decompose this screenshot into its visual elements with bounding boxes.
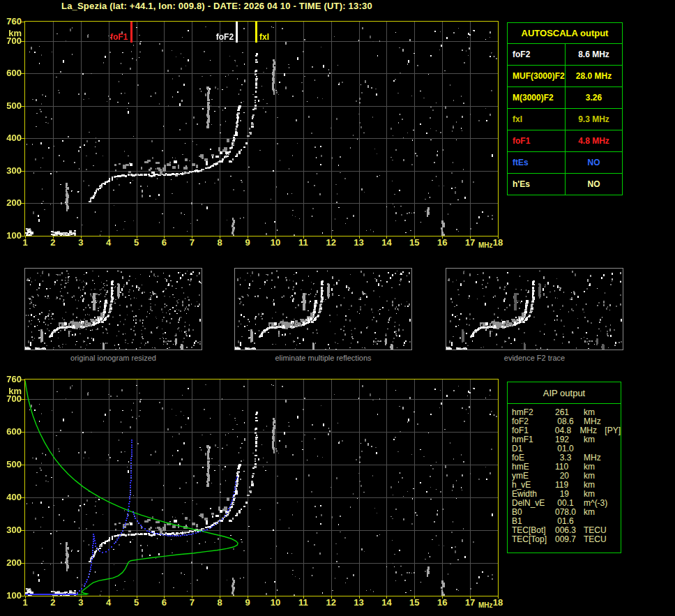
x-axis-tickmark — [275, 236, 276, 239]
autoscala-output-table: AUTOSCALA output foF28.6 MHzMUF(3000)F22… — [507, 22, 623, 195]
thumbnail-evidence-f2-trace — [446, 268, 623, 350]
x-axis-tickmark — [414, 596, 415, 599]
x-axis-tickmark — [220, 596, 220, 599]
param-value: 9.3 MHz — [566, 109, 622, 130]
aip-unit: km — [580, 508, 609, 517]
y-axis-tickmark — [21, 432, 24, 433]
aip-val: 009.7 — [555, 535, 580, 544]
marker-label-foF2: foF2 — [216, 33, 234, 42]
x-axis-tick-label: 17 — [462, 598, 478, 608]
y-axis-tickmark — [21, 203, 24, 204]
y-axis-tick-label: 760 — [0, 17, 22, 27]
x-axis-tickmark — [192, 236, 192, 239]
x-axis-tick-label: 12 — [323, 238, 340, 248]
x-axis-tick-label: 1 — [17, 238, 33, 248]
x-axis-tickmark — [25, 596, 26, 599]
param-label: M(3000)F2 — [508, 87, 566, 108]
aip-unit: km — [580, 435, 609, 444]
x-axis-tick-label: 9 — [239, 238, 256, 248]
x-axis-tickmark — [164, 236, 165, 239]
y-axis-tickmark — [21, 399, 24, 400]
x-axis-tick-label: 8 — [211, 238, 228, 248]
x-axis-tickmark — [386, 596, 387, 599]
y-axis-tickmark — [21, 106, 24, 107]
x-axis-tick-label: 6 — [156, 238, 172, 248]
x-axis-tickmark — [81, 236, 82, 239]
thumbnail-original-ionogram — [24, 268, 202, 350]
x-axis-tick-label: 11 — [295, 238, 312, 248]
autoscala-row-ftEs: ftEsNO — [508, 152, 622, 174]
x-axis-tickmark — [303, 236, 304, 239]
y-axis-tick-label: 200 — [0, 558, 22, 568]
x-axis-unit-label: MHz — [478, 241, 493, 249]
marker-line-foF2 — [236, 22, 238, 43]
x-axis-tick-label: 16 — [434, 238, 450, 248]
param-value: 3.26 — [566, 87, 622, 108]
y-axis-tickmark — [21, 73, 24, 74]
marker-label-foF1: foF1 — [110, 33, 128, 42]
x-axis-tickmark — [470, 596, 471, 599]
x-axis-tick-label: 14 — [378, 598, 395, 608]
autoscala-row-M(3000)F2: M(3000)F23.26 — [508, 87, 622, 109]
x-axis-tickmark — [303, 596, 304, 599]
x-axis-tickmark — [81, 596, 82, 599]
param-value: NO — [566, 152, 622, 173]
autoscala-row-fxI: fxI9.3 MHz — [508, 109, 622, 130]
x-axis-tickmark — [137, 596, 137, 599]
x-axis-tick-label: 7 — [183, 238, 200, 248]
x-axis-tick-label: 10 — [267, 238, 284, 248]
param-value: 8.6 MHz — [566, 44, 622, 65]
x-axis-tick-label: 10 — [267, 598, 284, 608]
aip-unit: TECU — [580, 535, 609, 544]
param-label: ftEs — [508, 152, 566, 173]
aip-name: TEC[Top] — [508, 535, 555, 544]
aip-note — [609, 453, 610, 463]
x-axis-tickmark — [331, 236, 332, 239]
x-axis-tick-label: 14 — [378, 238, 395, 248]
x-axis-tickmark — [498, 596, 499, 599]
y-axis-tickmark — [21, 465, 24, 465]
aip-note — [609, 526, 610, 535]
y-axis-tickmark — [21, 138, 24, 139]
autoscala-row-MUF(3000)F2: MUF(3000)F228.0 MHz — [508, 66, 622, 87]
x-axis-tickmark — [53, 236, 54, 239]
y-axis-tickmark — [21, 497, 24, 498]
aip-output-table: AIP output hmF2261kmfoF2 08.6MHzfoF1 04.… — [507, 382, 621, 553]
x-axis-tick-label: 2 — [45, 238, 61, 248]
thumbnail-eliminate-reflections — [234, 268, 412, 350]
x-axis-tickmark — [248, 236, 248, 239]
autoscala-row-h'Es: h'EsNO — [508, 174, 622, 195]
aip-note — [609, 508, 610, 517]
x-axis-tickmark — [25, 236, 26, 239]
x-axis-tickmark — [498, 236, 499, 239]
aip-note — [609, 490, 610, 499]
thumbnail-caption: evidence F2 trace — [446, 354, 623, 362]
y-axis-tick-label: 400 — [0, 133, 22, 143]
x-axis-tick-label: 5 — [128, 238, 145, 248]
param-value: 28.0 MHz — [566, 66, 622, 87]
x-axis-tick-label: 12 — [323, 598, 340, 608]
x-axis-tick-label: 3 — [73, 238, 89, 248]
y-axis-tickmark — [21, 380, 24, 380]
aip-note — [609, 463, 610, 472]
y-axis-tick-label: 500 — [0, 101, 22, 111]
x-axis-tick-label: 11 — [295, 598, 312, 608]
x-axis-tickmark — [53, 596, 54, 599]
param-label: foF2 — [508, 44, 566, 65]
x-axis-tick-label: 13 — [351, 238, 367, 248]
x-axis-tickmark — [470, 236, 471, 239]
aip-note — [609, 499, 610, 508]
x-axis-tick-label: 17 — [462, 238, 478, 248]
y-axis-tick-label: 400 — [0, 493, 22, 502]
param-value: NO — [566, 174, 622, 195]
x-axis-tick-label: 6 — [156, 598, 172, 608]
x-axis-tickmark — [386, 236, 387, 239]
aip-note — [609, 535, 610, 544]
x-axis-tickmark — [359, 236, 360, 239]
y-axis-tickmark — [21, 22, 24, 22]
marker-line-foF1 — [130, 22, 132, 43]
y-axis-unit-label: km — [0, 29, 22, 38]
autoscala-app-window: La_Spezia (lat: +44.1, lon: 009.8) - DAT… — [0, 0, 675, 616]
x-axis-tick-label: 13 — [351, 598, 367, 608]
x-axis-tickmark — [164, 596, 165, 599]
